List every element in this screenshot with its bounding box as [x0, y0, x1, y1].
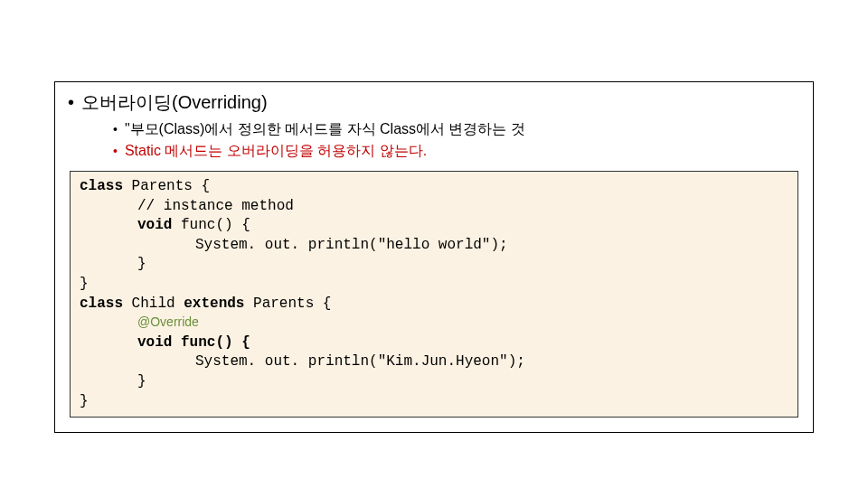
code-text: System. out. println("hello world"); — [80, 236, 508, 256]
title-row: • 오버라이딩(Overriding) — [68, 88, 800, 117]
code-text: } — [80, 393, 89, 409]
sub-points: • "부모(Class)에서 정의한 메서드를 자식 Class에서 변경하는 … — [113, 118, 800, 162]
content-box: • 오버라이딩(Overriding) • "부모(Class)에서 정의한 메… — [54, 81, 814, 433]
code-text: // instance method — [80, 197, 294, 217]
code-text: Child — [123, 296, 184, 312]
code-keyword: class — [80, 178, 123, 194]
sub-point-text: "부모(Class)에서 정의한 메서드를 자식 Class에서 변경하는 것 — [125, 118, 525, 140]
code-text: } — [80, 276, 89, 292]
code-text: Parents { — [123, 178, 210, 194]
code-text: System. out. println("Kim.Jun.Hyeon"); — [80, 352, 525, 372]
code-text: } — [80, 255, 146, 275]
code-text: } — [80, 372, 146, 392]
sub-point-text: Static 메서드는 오버라이딩을 허용하지 않는다. — [125, 140, 427, 162]
bullet-icon: • — [113, 120, 118, 139]
code-text: func() { — [172, 217, 250, 233]
code-text: Parents { — [244, 296, 331, 312]
code-block: class Parents { // instance method void … — [70, 171, 798, 418]
code-keyword: class — [80, 296, 123, 312]
sub-point: • Static 메서드는 오버라이딩을 허용하지 않는다. — [113, 140, 800, 162]
code-keyword: void — [137, 334, 172, 351]
slide: • 오버라이딩(Overriding) • "부모(Class)에서 정의한 메… — [0, 0, 868, 488]
bullet-icon: • — [68, 88, 74, 117]
code-annotation: @Override — [80, 314, 199, 331]
code-keyword: void — [137, 217, 172, 233]
code-keyword: extends — [184, 296, 244, 312]
bullet-icon: • — [113, 142, 118, 161]
sub-point: • "부모(Class)에서 정의한 메서드를 자식 Class에서 변경하는 … — [113, 118, 800, 140]
slide-title: 오버라이딩(Overriding) — [81, 88, 268, 117]
code-text: func() { — [172, 334, 250, 351]
